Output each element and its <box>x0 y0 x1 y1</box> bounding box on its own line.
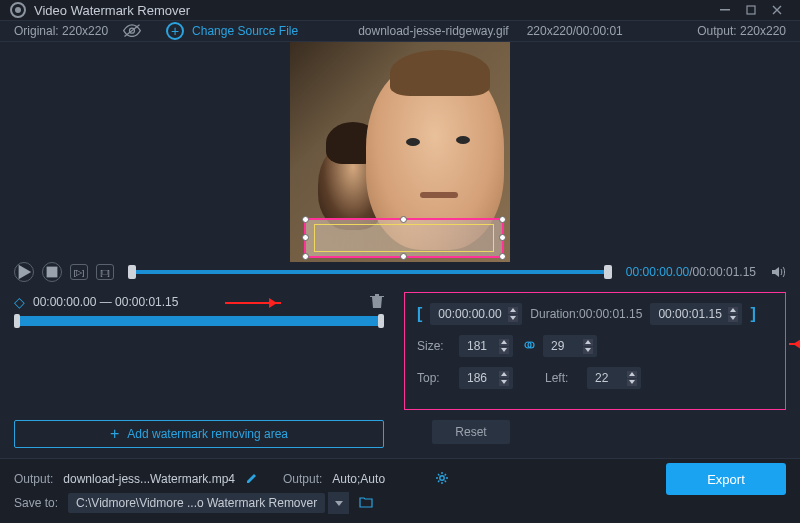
volume-icon[interactable] <box>770 264 786 280</box>
output-file-label: Output: <box>14 472 53 486</box>
settings-icon[interactable] <box>435 471 449 488</box>
add-area-label: Add watermark removing area <box>127 427 288 441</box>
spin-down[interactable] <box>583 347 593 354</box>
source-dims-time: 220x220/00:00:01 <box>527 24 623 38</box>
clip-list: ◇ 00:00:00.00 — 00:00:01.15 <box>14 292 384 410</box>
clip-range-slider[interactable] <box>14 316 384 326</box>
parameters-panel: [ 00:00:00.00 Duration:00:00:01.15 00:00… <box>404 292 786 410</box>
resize-handle[interactable] <box>499 234 506 241</box>
preview-area <box>0 42 800 262</box>
source-filename: download-jesse-ridgeway.gif <box>358 24 509 38</box>
size-label: Size: <box>417 339 451 353</box>
svg-rect-1 <box>747 6 755 14</box>
resize-handle[interactable] <box>302 216 309 223</box>
plus-circle-icon: + <box>166 22 184 40</box>
save-to-label: Save to: <box>14 496 58 510</box>
spin-up[interactable] <box>728 307 738 314</box>
left-label: Left: <box>545 371 579 385</box>
link-aspect-icon[interactable] <box>521 338 535 355</box>
spin-up[interactable] <box>499 371 509 378</box>
info-bar: Original: 220x220 + Change Source File d… <box>0 21 800 42</box>
snapshot-button[interactable]: [□] <box>96 264 114 280</box>
output-file-value: download-jess...Watermark.mp4 <box>63 472 235 486</box>
end-time-input[interactable]: 00:00:01.15 <box>650 303 742 325</box>
spin-down[interactable] <box>627 379 637 386</box>
spin-up[interactable] <box>583 339 593 346</box>
bracket-left-icon[interactable]: [ <box>417 305 422 323</box>
spin-down[interactable] <box>728 315 738 322</box>
spin-up[interactable] <box>508 307 518 314</box>
annotation-arrow-icon <box>789 343 800 345</box>
output-dims: Output: 220x220 <box>697 24 786 38</box>
maximize-button[interactable] <box>738 0 764 20</box>
minimize-button[interactable] <box>712 0 738 20</box>
resize-handle[interactable] <box>302 253 309 260</box>
spin-up[interactable] <box>627 371 637 378</box>
original-label: Original: 220x220 <box>14 24 108 38</box>
left-input[interactable]: 22 <box>587 367 641 389</box>
watermark-selection-box[interactable] <box>304 218 504 258</box>
app-title: Video Watermark Remover <box>34 3 712 18</box>
app-logo-icon <box>10 2 26 18</box>
spin-down[interactable] <box>508 315 518 322</box>
resize-handle[interactable] <box>499 216 506 223</box>
resize-handle[interactable] <box>302 234 309 241</box>
step-frame-button[interactable]: [▷] <box>70 264 88 280</box>
delete-clip-button[interactable] <box>370 293 384 312</box>
clip-marker-icon: ◇ <box>14 294 25 310</box>
seek-slider[interactable] <box>128 267 612 277</box>
svg-rect-0 <box>720 9 730 11</box>
change-source-label: Change Source File <box>192 24 298 38</box>
titlebar: Video Watermark Remover <box>0 0 800 21</box>
footer: Output: download-jess...Watermark.mp4 Ou… <box>0 458 800 523</box>
close-button[interactable] <box>764 0 790 20</box>
plus-icon: + <box>110 426 119 442</box>
preview-toggle-icon[interactable] <box>122 24 142 38</box>
svg-point-4 <box>440 475 444 479</box>
save-path-dropdown[interactable] <box>327 492 349 514</box>
resize-handle[interactable] <box>499 253 506 260</box>
export-button[interactable]: Export <box>666 463 786 495</box>
add-watermark-area-button[interactable]: + Add watermark removing area <box>14 420 384 448</box>
change-source-button[interactable]: + Change Source File <box>166 22 298 40</box>
height-input[interactable]: 29 <box>543 335 597 357</box>
time-display: 00:00:00.00/00:00:01.15 <box>626 265 756 279</box>
annotation-arrow-icon <box>225 302 281 304</box>
resize-handle[interactable] <box>400 253 407 260</box>
save-path-input[interactable]: C:\Vidmore\Vidmore ...o Watermark Remove… <box>68 493 325 513</box>
spin-down[interactable] <box>499 379 509 386</box>
stop-button[interactable] <box>42 262 62 282</box>
spin-up[interactable] <box>499 339 509 346</box>
resize-handle[interactable] <box>400 216 407 223</box>
play-button[interactable] <box>14 262 34 282</box>
clip-range: 00:00:00.00 — 00:00:01.15 <box>33 295 370 309</box>
open-folder-icon[interactable] <box>359 496 373 511</box>
top-input[interactable]: 186 <box>459 367 513 389</box>
edit-output-icon[interactable] <box>245 471 259 488</box>
svg-rect-3 <box>47 267 58 278</box>
top-label: Top: <box>417 371 451 385</box>
video-frame[interactable] <box>290 42 510 262</box>
start-time-input[interactable]: 00:00:00.00 <box>430 303 522 325</box>
spin-down[interactable] <box>499 347 509 354</box>
width-input[interactable]: 181 <box>459 335 513 357</box>
output-format-label: Output: <box>283 472 322 486</box>
bracket-right-icon[interactable]: ] <box>750 305 755 323</box>
transport-bar: [▷] [□] 00:00:00.00/00:00:01.15 <box>0 262 800 282</box>
reset-button[interactable]: Reset <box>432 420 510 444</box>
output-format-value: Auto;Auto <box>332 472 385 486</box>
duration-label: Duration:00:00:01.15 <box>530 307 642 321</box>
